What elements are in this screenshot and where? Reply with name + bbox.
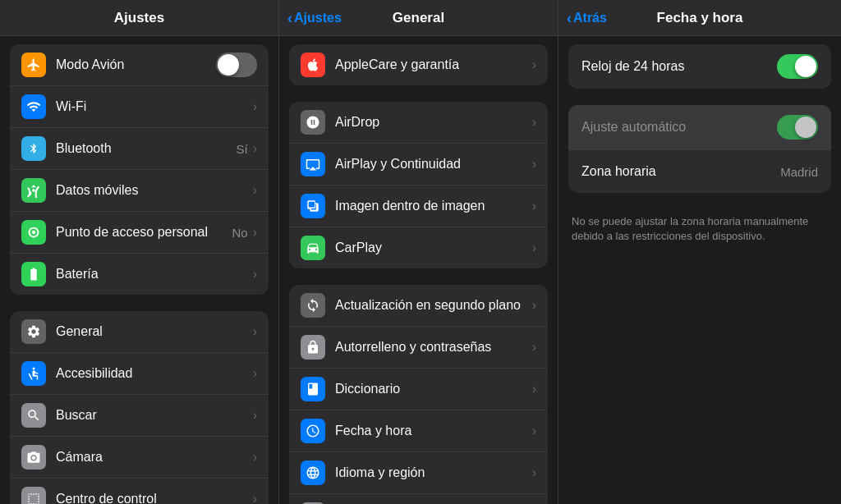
mid-item-actualizacion[interactable]: Actualización en segundo plano › — [289, 285, 548, 327]
mid-group-1: AppleCare y garantía › — [289, 44, 548, 85]
sidebar-item-hotspot[interactable]: Punto de acceso personal No › — [10, 212, 269, 254]
diccionario-icon — [301, 377, 325, 401]
left-group-2: General › Accesibilidad › Buscar › — [10, 311, 269, 504]
carplay-label: CarPlay — [335, 241, 532, 255]
applecare-chevron: › — [532, 57, 536, 72]
mid-item-airplay[interactable]: AirPlay y Continuidad › — [289, 144, 548, 186]
wifi-label: Wi-Fi — [56, 99, 253, 114]
bateria-chevron: › — [253, 267, 257, 282]
mid-item-teclado[interactable]: Teclado › — [289, 494, 548, 504]
diccionario-chevron: › — [532, 382, 536, 396]
sidebar-item-centro-control[interactable]: Centro de control › — [10, 479, 269, 504]
svg-point-0 — [33, 368, 35, 370]
camara-chevron: › — [253, 450, 257, 465]
general-icon — [21, 319, 46, 344]
modo-avion-toggle[interactable] — [216, 53, 257, 77]
imagen-chevron: › — [532, 199, 536, 213]
buscar-label: Buscar — [56, 408, 253, 423]
left-panel-title: Ajustes — [114, 10, 164, 26]
right-back-button[interactable]: ‹ Atrás — [567, 11, 607, 25]
camara-icon — [21, 445, 46, 470]
sidebar-item-general[interactable]: General › — [10, 311, 269, 353]
mid-back-button[interactable]: ‹ Ajustes — [287, 11, 342, 25]
accesibilidad-icon — [21, 361, 46, 386]
ajuste-auto-label: Ajuste automático — [581, 120, 686, 135]
hotspot-chevron: › — [253, 225, 257, 240]
left-panel-header: Ajustes — [0, 0, 278, 36]
right-group-1: Reloj de 24 horas — [568, 44, 831, 89]
left-group-1: Modo Avión Wi-Fi › Bluetooth Sí › — [10, 44, 269, 295]
diccionario-label: Diccionario — [335, 382, 532, 396]
right-item-reloj24h[interactable]: Reloj de 24 horas — [568, 44, 831, 89]
zona-horaria-value: Madrid — [780, 165, 818, 179]
right-panel-header: ‹ Atrás Fecha y hora — [558, 0, 841, 36]
right-item-zona-horaria[interactable]: Zona horaria Madrid — [568, 150, 831, 193]
mid-item-fecha-hora[interactable]: Fecha y hora › — [289, 410, 548, 452]
actualizacion-label: Actualización en segundo plano — [335, 298, 532, 313]
mid-item-carplay[interactable]: CarPlay › — [289, 227, 548, 268]
actualizacion-icon — [301, 293, 325, 318]
mid-item-airdrop[interactable]: AirDrop › — [289, 102, 548, 144]
reloj24h-toggle[interactable] — [777, 54, 818, 79]
sidebar-item-datos-moviles[interactable]: Datos móviles › — [10, 170, 269, 212]
airplay-label: AirPlay y Continuidad — [335, 157, 532, 172]
centro-control-chevron: › — [253, 492, 257, 504]
sidebar-item-bateria[interactable]: Batería › — [10, 254, 269, 295]
mid-item-applecare[interactable]: AppleCare y garantía › — [289, 44, 548, 85]
bluetooth-icon — [21, 136, 46, 161]
zona-horaria-note: No se puede ajustar la zona horaria manu… — [558, 209, 841, 254]
carplay-icon — [301, 236, 325, 260]
mid-item-idioma[interactable]: Idioma y región › — [289, 452, 548, 494]
idioma-icon — [301, 460, 325, 485]
sidebar-item-wifi[interactable]: Wi-Fi › — [10, 86, 269, 128]
actualizacion-chevron: › — [532, 298, 536, 313]
right-group-2: Ajuste automático Zona horaria Madrid — [568, 105, 831, 193]
centro-control-icon — [21, 487, 46, 504]
sidebar-item-buscar[interactable]: Buscar › — [10, 395, 269, 437]
settings-panel-mid: ‹ Ajustes General AppleCare y garantía ›… — [279, 0, 558, 504]
airplay-icon — [301, 152, 325, 176]
modo-avion-label: Modo Avión — [56, 57, 216, 72]
general-chevron: › — [253, 324, 257, 339]
airplay-chevron: › — [532, 157, 536, 172]
ajuste-auto-toggle[interactable] — [777, 115, 818, 140]
idioma-label: Idioma y región — [335, 465, 532, 480]
sidebar-item-camara[interactable]: Cámara › — [10, 437, 269, 479]
carplay-chevron: › — [532, 241, 536, 255]
mid-panel-header: ‹ Ajustes General — [279, 0, 558, 36]
autorrelleno-chevron: › — [532, 340, 536, 355]
mid-item-diccionario[interactable]: Diccionario › — [289, 369, 548, 410]
mid-back-label: Ajustes — [294, 11, 342, 25]
right-panel-content: Reloj de 24 horas Ajuste automático Zona… — [558, 36, 841, 504]
mid-group-3: Actualización en segundo plano › Autorre… — [289, 285, 548, 504]
airdrop-label: AirDrop — [335, 115, 532, 130]
left-panel-content: Modo Avión Wi-Fi › Bluetooth Sí › — [0, 36, 278, 504]
sidebar-item-modo-avion[interactable]: Modo Avión — [10, 44, 269, 86]
settings-panel-left: Ajustes Modo Avión Wi-Fi › — [0, 0, 279, 504]
wifi-chevron: › — [253, 99, 257, 114]
applecare-icon — [301, 53, 325, 77]
fecha-hora-label: Fecha y hora — [335, 424, 532, 438]
modo-avion-icon — [21, 53, 46, 77]
autorrelleno-icon — [301, 335, 325, 360]
mid-item-imagen[interactable]: Imagen dentro de imagen › — [289, 186, 548, 227]
mid-panel-content: AppleCare y garantía › AirDrop › AirPlay… — [279, 36, 558, 504]
mid-item-autorrelleno[interactable]: Autorrelleno y contraseñas › — [289, 327, 548, 369]
buscar-chevron: › — [253, 408, 257, 423]
hotspot-icon — [21, 220, 46, 245]
applecare-label: AppleCare y garantía — [335, 57, 532, 72]
accesibilidad-chevron: › — [253, 366, 257, 381]
bateria-label: Batería — [56, 267, 253, 282]
hotspot-label: Punto de acceso personal — [56, 225, 232, 240]
hotspot-value: No — [232, 226, 247, 240]
bluetooth-value: Sí — [236, 142, 247, 156]
general-label: General — [56, 324, 253, 339]
reloj24h-label: Reloj de 24 horas — [581, 59, 684, 74]
autorrelleno-label: Autorrelleno y contraseñas — [335, 340, 532, 355]
bluetooth-label: Bluetooth — [56, 141, 236, 156]
centro-control-label: Centro de control — [56, 492, 253, 504]
right-panel-title: Fecha y hora — [657, 10, 743, 26]
sidebar-item-accesibilidad[interactable]: Accesibilidad › — [10, 353, 269, 395]
sidebar-item-bluetooth[interactable]: Bluetooth Sí › — [10, 128, 269, 170]
right-item-ajuste-auto[interactable]: Ajuste automático — [568, 105, 831, 150]
